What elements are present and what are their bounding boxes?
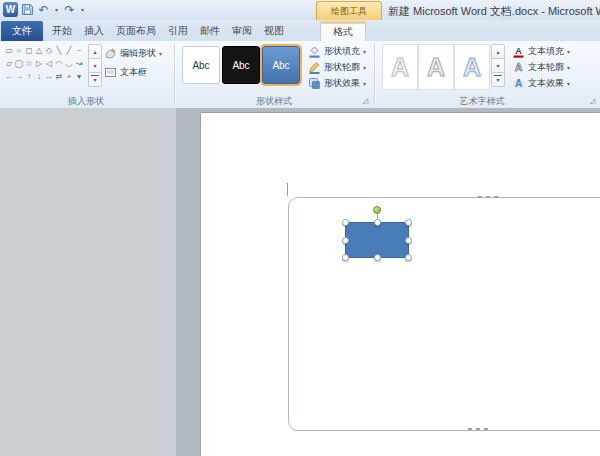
shape-icon[interactable]: ~ [74, 44, 84, 57]
save-button[interactable] [21, 2, 34, 17]
text-box-button[interactable]: 文本框 [102, 65, 149, 80]
shape-style-preset-3-selected[interactable]: Abc [262, 46, 300, 84]
shape-fill-button[interactable]: 形状填充 ▾ [306, 44, 368, 59]
shape-icon[interactable]: ◇ [44, 44, 54, 57]
dropdown-arrow-icon: ▾ [363, 48, 366, 55]
resize-handle-bottom-left[interactable] [342, 254, 349, 261]
undo-button[interactable]: ↶ [37, 2, 50, 17]
shape-icon[interactable]: △ [34, 44, 44, 57]
text-effects-button[interactable]: A 文本效果 ▾ [510, 76, 572, 91]
shape-icon[interactable]: ▭ [4, 44, 14, 57]
selected-rectangle-shape[interactable] [345, 222, 409, 258]
resize-handle-middle-left[interactable] [342, 237, 349, 244]
redo-button[interactable]: ↷ [63, 2, 76, 17]
shape-icon[interactable]: → [14, 70, 24, 83]
shape-effects-icon [308, 77, 321, 90]
svg-text:A: A [515, 46, 522, 56]
shape-icon[interactable]: ↑ [24, 70, 34, 83]
shape-outline-label: 形状轮廓 [324, 61, 360, 74]
tab-view[interactable]: 视图 [258, 21, 290, 41]
ribbon: ▭○◻△◇╲╱~▱◯☆▷◁◠◡↝←→↑↓↔⇄+▾ ▴ ▾ ▾ 编辑形状 ▾ 文本… [0, 41, 600, 109]
text-outline-label: 文本轮廓 [528, 61, 564, 74]
shape-style-preset-2[interactable]: Abc [222, 46, 260, 84]
save-icon [21, 3, 34, 16]
dropdown-arrow-icon: ▾ [567, 48, 570, 55]
shape-icon[interactable]: ╱ [64, 44, 74, 57]
gallery-more-button[interactable]: ▾ [491, 73, 505, 87]
shape-icon[interactable]: ◁ [44, 57, 54, 70]
shape-icon[interactable]: ◯ [14, 57, 24, 70]
wordart-dialog-launcher-icon[interactable]: ◿ [588, 96, 597, 105]
shape-icon[interactable]: ☆ [24, 57, 34, 70]
gallery-up-button[interactable]: ▴ [88, 44, 102, 59]
resize-handle-top-left[interactable] [342, 219, 349, 226]
shape-style-preset-1[interactable]: Abc [182, 46, 220, 84]
edit-shape-label: 编辑形状 [120, 47, 156, 60]
shape-icon[interactable]: ╲ [54, 44, 64, 57]
wordart-gallery-scroll: ▴ ▾ ▾ [491, 44, 505, 87]
shape-icon[interactable]: ↝ [74, 57, 84, 70]
group-label-insert-shapes: 插入形状 [0, 95, 172, 107]
dropdown-arrow-icon: ▾ [159, 50, 162, 57]
text-fill-button[interactable]: A 文本填充 ▾ [510, 44, 572, 59]
shape-styles-dialog-launcher-icon[interactable]: ◿ [361, 96, 370, 105]
shape-effects-button[interactable]: 形状效果 ▾ [306, 76, 368, 91]
shape-icon[interactable]: ↔ [44, 70, 54, 83]
shape-outline-button[interactable]: 形状轮廓 ▾ [306, 60, 368, 75]
tab-file[interactable]: 文件 [1, 21, 43, 41]
quick-access-toolbar: W ↶ ▾ ↷ ▾ [3, 2, 86, 17]
wordart-preset-3[interactable]: A [454, 44, 490, 90]
gallery-more-button[interactable]: ▾ [88, 73, 102, 87]
group-divider [174, 44, 175, 105]
tab-review[interactable]: 审阅 [226, 21, 258, 41]
rotation-handle[interactable] [373, 206, 381, 214]
shape-icon[interactable]: ▾ [74, 70, 84, 83]
undo-dropdown-icon[interactable]: ▾ [53, 2, 60, 17]
qat-customize-button[interactable]: ▾ [79, 2, 86, 17]
tab-page-layout[interactable]: 页面布局 [110, 21, 162, 41]
svg-text:A: A [515, 78, 522, 89]
shape-icon[interactable]: ▱ [4, 57, 14, 70]
canvas-handle-top[interactable] [478, 196, 502, 198]
tab-home[interactable]: 开始 [46, 21, 78, 41]
shape-icon[interactable]: ◻ [24, 44, 34, 57]
resize-handle-bottom-center[interactable] [374, 254, 381, 261]
gallery-down-button[interactable]: ▾ [491, 59, 505, 73]
resize-handle-middle-right[interactable] [405, 237, 412, 244]
drawing-canvas[interactable] [288, 197, 600, 431]
shape-icon[interactable]: ◠ [54, 57, 64, 70]
resize-handle-top-right[interactable] [405, 219, 412, 226]
shape-effects-label: 形状效果 [324, 77, 360, 90]
svg-text:A: A [515, 62, 522, 73]
text-box-icon [104, 66, 117, 79]
tab-mailings[interactable]: 邮件 [194, 21, 226, 41]
shape-icon[interactable]: ↓ [34, 70, 44, 83]
text-effects-label: 文本效果 [528, 77, 564, 90]
wordart-preset-2[interactable]: A [418, 44, 454, 90]
gallery-up-button[interactable]: ▴ [491, 44, 505, 59]
tab-insert[interactable]: 插入 [78, 21, 110, 41]
resize-handle-bottom-right[interactable] [405, 254, 412, 261]
edit-shape-icon [104, 47, 117, 60]
shape-icon[interactable]: + [64, 70, 74, 83]
edit-shape-button[interactable]: 编辑形状 ▾ [102, 46, 164, 61]
text-outline-icon: A [512, 61, 525, 74]
wordart-preset-1[interactable]: A [382, 44, 418, 90]
tab-format-active[interactable]: 格式 [320, 21, 366, 42]
text-box-label: 文本框 [120, 66, 147, 79]
shape-icon[interactable]: ○ [14, 44, 24, 57]
tab-references[interactable]: 引用 [162, 21, 194, 41]
text-outline-button[interactable]: A 文本轮廓 ▾ [510, 60, 572, 75]
shape-icon[interactable]: ← [4, 70, 14, 83]
resize-handle-top-center[interactable] [374, 219, 381, 226]
group-divider [374, 44, 375, 105]
shape-icon[interactable]: ◡ [64, 57, 74, 70]
word-logo-icon[interactable]: W [3, 2, 18, 17]
contextual-tab-group-header: 绘图工具 [316, 1, 382, 21]
shape-icon[interactable]: ▷ [34, 57, 44, 70]
gallery-down-button[interactable]: ▾ [88, 59, 102, 73]
shape-icon[interactable]: ⇄ [54, 70, 64, 83]
canvas-handle-bottom[interactable] [468, 428, 492, 430]
word-window: W ↶ ▾ ↷ ▾ 绘图工具 新建 Microsoft Word 文档.docx… [0, 0, 600, 456]
dropdown-arrow-icon: ▾ [363, 64, 366, 71]
